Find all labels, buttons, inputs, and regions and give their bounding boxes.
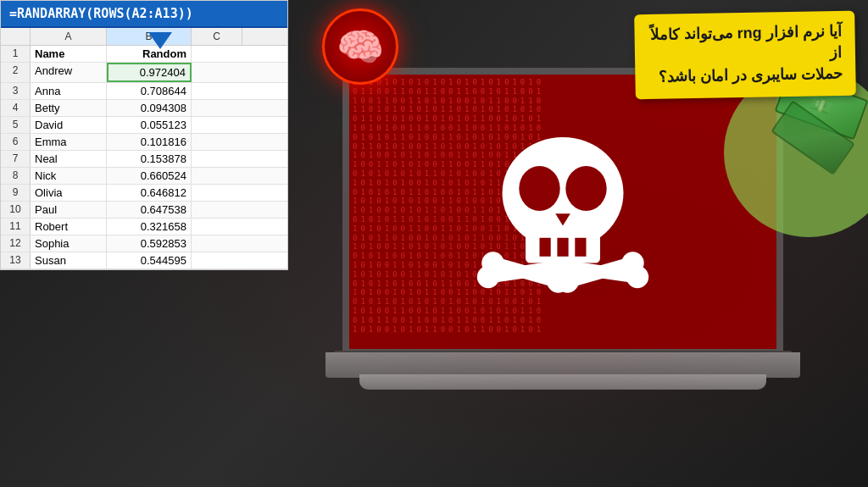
svg-rect-3 (557, 238, 568, 257)
formula-bar: =RANDARRAY(ROWS(A2:A13)) (1, 1, 287, 28)
cell-name: Neal (31, 151, 107, 167)
cell-random: 0.647538 (107, 202, 192, 218)
cell-c (192, 151, 242, 167)
table-row: 12Sophia0.592853 (1, 235, 287, 252)
column-headers: A B C (1, 28, 287, 46)
col-header-a: A (31, 28, 107, 45)
table-row: 5David0.055123 (1, 117, 287, 134)
cell-name: David (31, 117, 107, 133)
cell-name: Betty (31, 100, 107, 116)
cell-random: 0.321658 (107, 219, 192, 235)
formula-text: =RANDARRAY(ROWS(A2:A13)) (9, 6, 193, 21)
cell-c (192, 100, 242, 116)
cell-random: 0.153878 (107, 151, 192, 167)
table-row: 2Andrew0.972404 (1, 63, 287, 83)
row-number: 4 (1, 100, 31, 116)
cell-name: Robert (31, 219, 107, 235)
row-number: 2 (1, 63, 31, 82)
cell-c (192, 63, 242, 82)
cell-c (192, 202, 242, 218)
table-row: 13Susan0.544595 (1, 252, 287, 269)
svg-point-6 (565, 166, 606, 211)
spreadsheet-body: 1NameRandom2Andrew0.9724043Anna0.7086444… (1, 46, 287, 269)
cell-name: Name (31, 46, 107, 62)
table-row: 10Paul0.647538 (1, 202, 287, 219)
brain-fire-icon: 🧠 (322, 8, 398, 85)
svg-point-18 (621, 252, 643, 274)
formula-arrow (148, 32, 172, 49)
table-row: 1NameRandom (1, 46, 287, 63)
cell-name: Paul (31, 202, 107, 218)
cell-c (192, 252, 242, 268)
info-line-2: حملات سایبری در امان باشد؟ (658, 65, 842, 86)
row-number: 1 (1, 46, 31, 62)
row-number: 3 (1, 83, 31, 99)
svg-rect-2 (540, 238, 551, 257)
cell-random: 0.660524 (107, 168, 192, 184)
cell-name: Olivia (31, 185, 107, 201)
brain-circle: 🧠 (322, 8, 398, 85)
row-number: 10 (1, 202, 31, 218)
cell-name: Andrew (31, 63, 107, 82)
skull-crossbones (470, 127, 656, 296)
cell-c (192, 117, 242, 133)
row-number: 9 (1, 185, 31, 201)
cell-name: Susan (31, 252, 107, 268)
cell-random: 0.972404 (107, 63, 192, 82)
skull-svg (470, 127, 656, 296)
table-row: 4Betty0.094308 (1, 100, 287, 117)
svg-rect-4 (575, 238, 586, 257)
row-number: 5 (1, 117, 31, 133)
table-row: 11Robert0.321658 (1, 219, 287, 235)
row-number: 7 (1, 151, 31, 167)
cell-name: Sophia (31, 235, 107, 252)
table-row: 8Nick0.660524 (1, 168, 287, 185)
row-number: 12 (1, 235, 31, 252)
table-row: 6Emma0.101816 (1, 134, 287, 151)
cell-random: 0.646812 (107, 185, 192, 201)
row-number: 8 (1, 168, 31, 184)
cell-random: 0.101816 (107, 134, 192, 150)
cell-c (192, 185, 242, 201)
info-box-text: آیا نرم افزار rng می‌تواند کاملاً از حمل… (648, 21, 842, 89)
svg-point-17 (556, 270, 578, 292)
col-header-c: C (192, 28, 242, 45)
row-number: 11 (1, 219, 31, 235)
cell-name: Emma (31, 134, 107, 150)
spreadsheet: =RANDARRAY(ROWS(A2:A13)) A B C 1NameRand… (0, 0, 288, 270)
cell-name: Nick (31, 168, 107, 184)
svg-point-14 (481, 252, 504, 274)
row-number: 13 (1, 252, 31, 268)
cell-c (192, 235, 242, 252)
table-row: 7Neal0.153878 (1, 151, 287, 168)
cell-random: 0.708644 (107, 83, 192, 99)
cell-c (192, 134, 242, 150)
cell-random: 0.544595 (107, 252, 192, 268)
brain-emoji: 🧠 (337, 25, 384, 69)
cell-name: Anna (31, 83, 107, 99)
cell-c (192, 168, 242, 184)
info-line-1: آیا نرم افزار rng می‌تواند کاملاً از (649, 23, 842, 61)
cell-random: 0.592853 (107, 235, 192, 252)
cell-c (192, 219, 242, 235)
info-box: آیا نرم افزار rng می‌تواند کاملاً از حمل… (634, 11, 856, 99)
table-row: 9Olivia0.646812 (1, 185, 287, 202)
table-row: 3Anna0.708644 (1, 83, 287, 100)
cell-c (192, 46, 242, 62)
cell-random: 0.094308 (107, 100, 192, 116)
svg-point-5 (519, 166, 559, 211)
cell-random: 0.055123 (107, 117, 192, 133)
row-number: 6 (1, 134, 31, 150)
cell-c (192, 83, 242, 99)
row-num-header (1, 28, 31, 45)
